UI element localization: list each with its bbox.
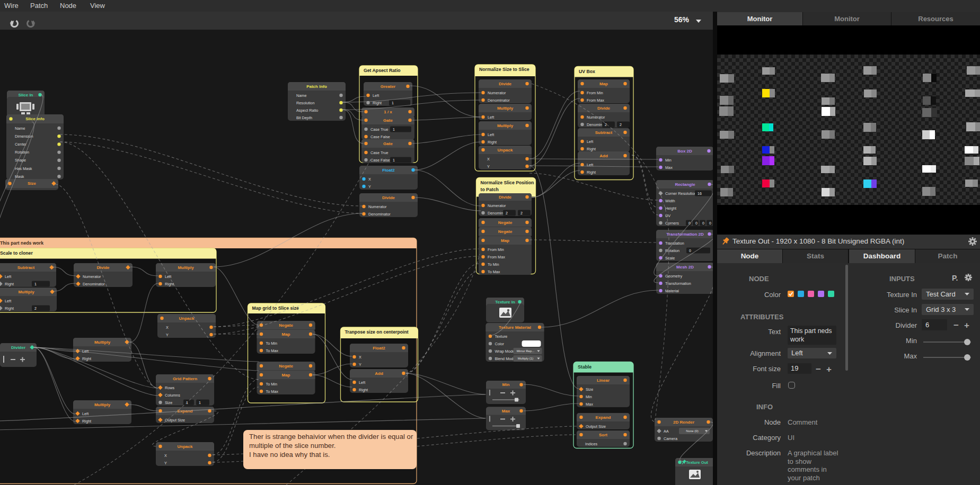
svg-text:Y: Y xyxy=(164,461,167,465)
svg-text:2D Render: 2D Render xyxy=(673,420,694,425)
svg-text:Indices: Indices xyxy=(585,442,597,446)
svg-text:From Min: From Min xyxy=(488,247,504,252)
svg-text:Greater: Greater xyxy=(381,84,395,89)
svg-text:Get Apsect Ratio: Get Apsect Ratio xyxy=(364,68,401,73)
svg-text:I have no idea why that is.: I have no idea why that is. xyxy=(249,451,330,459)
svg-text:Linear: Linear xyxy=(597,378,610,383)
svg-text:Right: Right xyxy=(165,282,174,286)
svg-text:Float2: Float2 xyxy=(382,168,395,173)
svg-text:Max: Max xyxy=(665,165,673,170)
svg-text:From Max: From Max xyxy=(488,255,505,259)
svg-text:Float2: Float2 xyxy=(373,346,385,351)
svg-text:Aspect Ratio: Aspect Ratio xyxy=(296,108,318,113)
svg-text:Right: Right xyxy=(5,282,14,286)
svg-text:Multiply (1): Multiply (1) xyxy=(518,357,533,360)
svg-text:Left: Left xyxy=(488,115,494,120)
svg-text:Size: Size xyxy=(165,400,172,405)
svg-text:Unpack: Unpack xyxy=(498,148,513,152)
svg-text:Unpack: Unpack xyxy=(179,316,195,321)
svg-text:Slice Info: Slice Info xyxy=(25,116,45,121)
svg-text:Map: Map xyxy=(282,332,290,337)
svg-text:Output Size: Output Size xyxy=(586,424,606,429)
svg-text:Y: Y xyxy=(166,333,169,337)
svg-text:Subtract: Subtract xyxy=(595,130,613,135)
svg-text:1: 1 xyxy=(199,401,201,405)
svg-text:Gate: Gate xyxy=(383,118,393,123)
svg-text:Divide: Divide xyxy=(96,265,110,270)
svg-text:Min: Min xyxy=(586,394,592,399)
svg-text:Left: Left xyxy=(165,274,171,279)
svg-text:1 / x: 1 / x xyxy=(384,110,392,114)
svg-text:Left: Left xyxy=(5,274,11,279)
svg-text:This part neds work: This part neds work xyxy=(0,240,43,246)
svg-text:AA: AA xyxy=(664,429,669,434)
svg-text:Right: Right xyxy=(82,419,91,424)
svg-text:Denominator: Denominator xyxy=(368,212,391,217)
svg-text:Negate: Negate xyxy=(279,364,293,369)
svg-text:2: 2 xyxy=(506,211,508,215)
svg-text:Multiply: Multiply xyxy=(94,340,111,345)
svg-text:Multiply: Multiply xyxy=(18,290,34,294)
svg-text:0: 0 xyxy=(709,221,711,225)
svg-text:Name: Name xyxy=(15,126,25,131)
svg-text:Map grid to Slice size: Map grid to Slice size xyxy=(252,306,299,311)
svg-text:Negate: Negate xyxy=(498,220,513,225)
svg-text:Wrap Mode: Wrap Mode xyxy=(495,349,515,354)
svg-text:1: 1 xyxy=(393,128,395,131)
svg-text:Color: Color xyxy=(495,342,505,346)
svg-text:Expand: Expand xyxy=(596,415,611,420)
svg-text:Case False: Case False xyxy=(370,158,390,163)
svg-text:Camera: Camera xyxy=(664,436,678,441)
svg-text:Right: Right xyxy=(5,306,14,311)
svg-text:X: X xyxy=(487,157,490,161)
svg-text:2: 2 xyxy=(620,123,622,127)
svg-text:Multiply: Multiply xyxy=(178,265,194,270)
svg-text:Divide: Divide xyxy=(499,82,512,86)
svg-text:Y: Y xyxy=(487,164,490,169)
svg-text:16: 16 xyxy=(698,192,702,195)
svg-text:UV Box: UV Box xyxy=(579,69,595,74)
svg-text:Unpack: Unpack xyxy=(178,444,193,449)
svg-text:Right: Right xyxy=(359,388,368,392)
svg-text:To Min: To Min xyxy=(266,382,278,387)
svg-text:Left: Left xyxy=(82,349,89,354)
svg-text:Blend Mode: Blend Mode xyxy=(495,356,516,361)
svg-text:X: X xyxy=(166,325,169,330)
svg-text:Divide: Divide xyxy=(499,195,512,200)
svg-text:Subtract: Subtract xyxy=(17,265,35,270)
svg-text:Left: Left xyxy=(373,93,379,98)
svg-text:Ther is strange behaivior when: Ther is strange behaivior when the divid… xyxy=(249,433,413,441)
svg-text:Multiply: Multiply xyxy=(94,402,111,407)
svg-text:Right: Right xyxy=(82,356,91,361)
svg-text:Corners: Corners xyxy=(665,221,679,226)
svg-text:Stable: Stable xyxy=(578,364,591,370)
svg-text:Right: Right xyxy=(587,147,596,151)
svg-text:Add: Add xyxy=(375,371,383,376)
svg-text:Rectangle: Rectangle xyxy=(675,182,695,187)
svg-text:Numerator: Numerator xyxy=(488,203,506,208)
svg-text:Denominator: Denominator xyxy=(488,98,510,103)
svg-text:Transformation 2D: Transformation 2D xyxy=(666,232,704,237)
svg-text:Case True: Case True xyxy=(370,127,389,132)
svg-text:X: X xyxy=(359,355,361,360)
svg-text:X: X xyxy=(368,177,371,182)
svg-text:Name: Name xyxy=(296,93,306,98)
svg-text:Case False: Case False xyxy=(370,134,390,139)
svg-text:2: 2 xyxy=(34,307,37,310)
svg-text:Min: Min xyxy=(665,158,672,163)
svg-text:Map: Map xyxy=(599,82,608,86)
svg-text:Patch Info: Patch Info xyxy=(306,84,327,89)
svg-text:Map: Map xyxy=(282,373,290,378)
svg-text:2: 2 xyxy=(520,211,523,215)
svg-text:Case True: Case True xyxy=(370,150,389,155)
svg-text:Y: Y xyxy=(368,184,371,189)
svg-text:Numerator: Numerator xyxy=(368,204,387,209)
svg-text:Output Size: Output Size xyxy=(165,418,185,423)
svg-text:From Max: From Max xyxy=(587,98,604,103)
svg-text:To Max: To Max xyxy=(266,348,279,353)
svg-text:Height: Height xyxy=(665,206,676,211)
svg-text:Transformation: Transformation xyxy=(665,281,691,286)
svg-text:None (0): None (0) xyxy=(686,429,698,433)
svg-text:Grid Pattern: Grid Pattern xyxy=(173,376,197,381)
svg-text:0: 0 xyxy=(689,249,691,253)
